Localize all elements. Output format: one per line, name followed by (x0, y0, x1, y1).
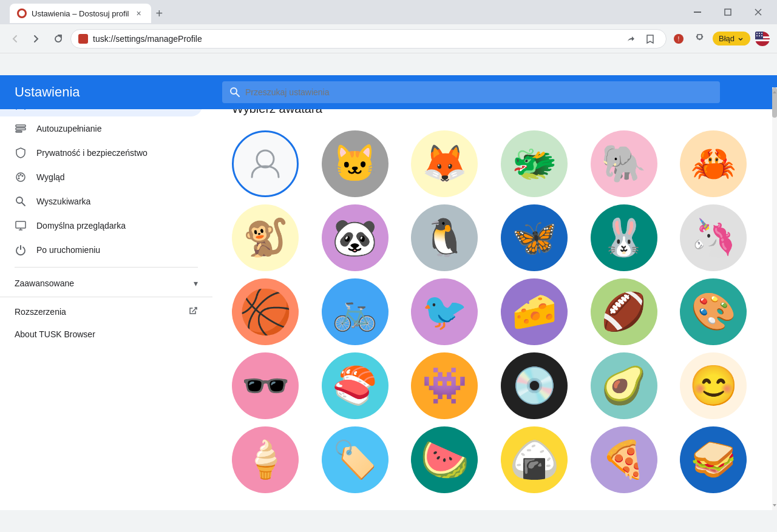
search-settings-icon (15, 195, 27, 207)
avatar-butterfly[interactable]: 🦋 (501, 204, 568, 271)
autofill-icon (15, 123, 27, 135)
svg-point-24 (18, 175, 20, 177)
smiley-emoji: 😊 (689, 364, 738, 408)
back-button[interactable] (5, 29, 24, 49)
monkey-emoji: 🐒 (243, 218, 288, 258)
puzzle-icon[interactable] (691, 29, 710, 49)
minimize-button[interactable] (684, 2, 711, 22)
close-button[interactable] (744, 2, 772, 22)
avatar-rabbit[interactable]: 🐰 (591, 204, 657, 271)
error-label: Błąd (719, 34, 735, 43)
sidebar-nav: You and TUSK Autouzupełnianie Prywatność… (0, 87, 212, 510)
pizza-emoji: 🍕 (601, 440, 646, 480)
monitor-icon (15, 220, 27, 232)
active-tab[interactable]: Ustawienia – Dostosuj profil × (10, 4, 151, 23)
palette-emoji: 🎨 (691, 292, 736, 332)
avatar-icecream[interactable]: 🍦 (232, 426, 299, 493)
football-emoji: 🏈 (601, 292, 646, 332)
sidebar-item-search[interactable]: Wyszukiwarka (0, 189, 203, 214)
avatar-football[interactable]: 🏈 (591, 278, 657, 345)
bookmark-button[interactable] (642, 30, 659, 47)
new-tab-button[interactable]: + (151, 4, 168, 23)
sushi-emoji: 🍣 (332, 366, 378, 406)
svg-rect-30 (16, 221, 25, 228)
sidebar-item-autofill-label: Autouzupełnianie (36, 124, 101, 133)
url-bar[interactable]: tusk://settings/manageProfile (70, 29, 667, 49)
avatar-onigiri[interactable]: 🍙 (501, 426, 568, 493)
sidebar-item-appearance[interactable]: Wygląd (0, 165, 203, 189)
avatar-monkey[interactable]: 🐒 (232, 204, 299, 271)
svg-rect-20 (16, 125, 25, 127)
avatar-pizza[interactable]: 🍕 (591, 426, 657, 493)
avatar-game-device[interactable]: 👾 (411, 352, 478, 419)
avatar-default[interactable] (232, 130, 299, 197)
fox-emoji: 🦊 (422, 144, 467, 184)
avatar-elephant[interactable]: 🐘 (591, 130, 657, 197)
elephant-emoji: 🐘 (601, 144, 646, 184)
panda-emoji: 🐼 (332, 218, 378, 258)
basketball-emoji: 🏀 (239, 289, 292, 335)
avatar-unicorn[interactable]: 🦄 (680, 204, 747, 271)
maximize-button[interactable] (714, 2, 742, 22)
avatar-palette[interactable]: 🎨 (680, 278, 747, 345)
svg-point-13 (761, 33, 762, 34)
avatar-panda[interactable]: 🐼 (322, 204, 388, 271)
sidebar-item-advanced[interactable]: Zaawansowane ▾ (0, 272, 212, 294)
avatar-penguin[interactable]: 🐧 (411, 204, 478, 271)
svg-text:!: ! (678, 36, 680, 42)
scrollbar-down-arrow[interactable] (772, 500, 777, 510)
scrollbar[interactable] (772, 87, 777, 510)
avatar-cat[interactable]: 🐱 (322, 130, 388, 197)
tab-close-button[interactable]: × (134, 7, 143, 19)
tag-emoji: 🏷️ (332, 440, 378, 480)
avatar-dragon[interactable]: 🐲 (501, 130, 568, 197)
reload-button[interactable] (49, 29, 68, 49)
svg-rect-21 (16, 128, 25, 130)
glasses-emoji: 🕶️ (241, 364, 290, 408)
avatar-fox[interactable]: 🦊 (411, 130, 478, 197)
forward-button[interactable] (27, 29, 46, 49)
avatar-bicycle[interactable]: 🚲 (322, 278, 388, 345)
avatar-cheese[interactable]: 🧀 (501, 278, 568, 345)
error-button[interactable]: Błąd (713, 32, 750, 45)
record-emoji: 💿 (512, 366, 557, 406)
sidebar-item-autofill[interactable]: Autouzupełnianie (0, 116, 203, 141)
person-avatar-icon (247, 146, 283, 182)
about-label: About TUSK Browser (15, 329, 95, 339)
dragon-emoji: 🐲 (512, 144, 557, 184)
search-input[interactable] (245, 87, 713, 97)
avatar-bird[interactable]: 🐦 (411, 278, 478, 345)
share-button[interactable] (622, 30, 639, 47)
sidebar-item-startup[interactable]: Po uruchomieniu (0, 238, 203, 262)
icecream-emoji: 🍦 (243, 440, 288, 480)
sidebar-item-extensions[interactable]: Rozszerzenia (0, 300, 212, 323)
extensions-label: Rozszerzenia (15, 307, 66, 317)
sidebar-item-search-label: Wyszukiwarka (36, 197, 90, 206)
url-favicon (78, 34, 88, 44)
flag-icon[interactable] (753, 29, 772, 49)
cat-emoji: 🐱 (332, 144, 378, 184)
scrollbar-up-arrow[interactable] (772, 87, 777, 97)
avatar-glasses[interactable]: 🕶️ (232, 352, 299, 419)
avatar-smiley[interactable]: 😊 (680, 352, 747, 419)
svg-rect-2 (725, 9, 731, 15)
avatar-tag[interactable]: 🏷️ (322, 426, 388, 493)
nav-divider (15, 267, 198, 268)
avatar-basketball[interactable]: 🏀 (232, 278, 299, 345)
avatar-watermelon[interactable]: 🍉 (411, 426, 478, 493)
url-text: tusk://settings/manageProfile (93, 34, 617, 44)
sidebar-item-about[interactable]: About TUSK Browser (0, 323, 212, 345)
avatar-sandwich[interactable]: 🥪 (680, 426, 747, 493)
penguin-emoji: 🐧 (422, 218, 467, 258)
sidebar-item-default-browser[interactable]: Domyślna przeglądarka (0, 214, 203, 238)
sidebar-item-privacy[interactable]: Prywatność i bezpieczeństwo (0, 141, 203, 165)
shield-icon[interactable]: ! (669, 29, 688, 49)
sidebar-item-appearance-label: Wygląd (36, 172, 65, 182)
avatar-sushi[interactable]: 🍣 (322, 352, 388, 419)
svg-line-18 (236, 93, 239, 96)
bicycle-emoji: 🚲 (332, 292, 378, 332)
avatar-crab[interactable]: 🦀 (680, 130, 747, 197)
avatar-record[interactable]: 💿 (501, 352, 568, 419)
avatar-avocado[interactable]: 🥑 (591, 352, 657, 419)
sidebar-item-default-browser-label: Domyślna przeglądarka (36, 221, 126, 231)
